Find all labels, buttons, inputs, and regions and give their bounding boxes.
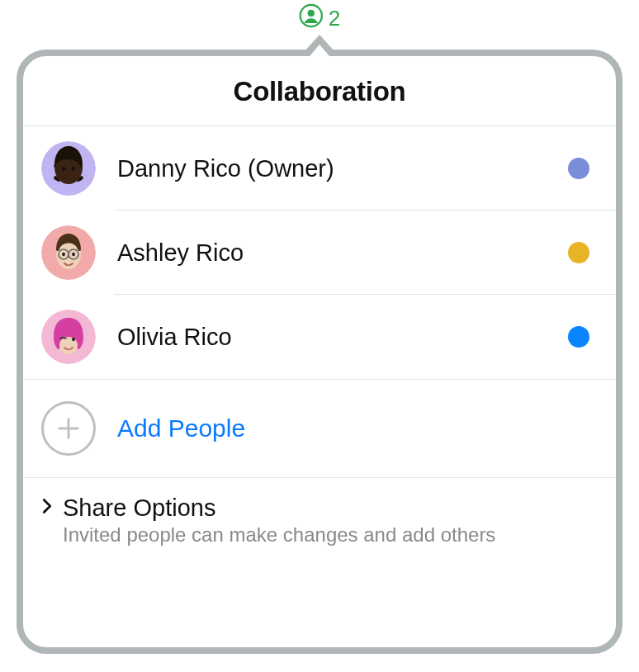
popover-title: Collaboration — [23, 76, 616, 107]
people-icon — [299, 3, 324, 34]
collaborator-name: Ashley Rico — [117, 239, 568, 267]
collaboration-popover: Collaboration Danny Rico (Owner) — [17, 50, 622, 654]
share-options-title: Share Options — [63, 495, 495, 522]
collaborator-name: Olivia Rico — [117, 324, 568, 351]
memoji-icon — [41, 225, 96, 280]
collaborator-list: Danny Rico (Owner) Ashley Rico — [23, 126, 616, 380]
add-people-button[interactable]: Add People — [23, 380, 616, 478]
collaborator-row[interactable]: Ashley Rico — [23, 211, 616, 295]
presence-dot — [568, 158, 589, 179]
collaborator-name: Danny Rico (Owner) — [117, 155, 568, 182]
avatar — [41, 225, 96, 280]
collaborator-count-badge[interactable]: 2 — [299, 3, 340, 34]
svg-point-12 — [72, 253, 75, 256]
svg-point-15 — [72, 338, 75, 341]
avatar — [41, 310, 96, 364]
collaborator-row[interactable]: Danny Rico (Owner) — [23, 126, 616, 211]
collaborator-count: 2 — [329, 6, 340, 31]
popover-header: Collaboration — [23, 61, 616, 126]
memoji-icon — [41, 141, 96, 196]
svg-point-5 — [72, 166, 75, 170]
collaborator-row[interactable]: Olivia Rico — [23, 295, 616, 380]
presence-dot — [568, 326, 589, 348]
share-options-subtitle: Invited people can make changes and add … — [63, 523, 495, 547]
add-people-label: Add People — [117, 414, 245, 442]
share-options-button[interactable]: Share Options Invited people can make ch… — [23, 478, 616, 563]
chevron-right-icon — [41, 498, 56, 519]
svg-point-1 — [308, 10, 315, 17]
svg-point-11 — [62, 253, 65, 256]
presence-dot — [568, 242, 589, 263]
memoji-icon — [41, 310, 96, 364]
plus-icon — [41, 401, 96, 456]
svg-point-4 — [62, 166, 65, 170]
avatar — [41, 141, 96, 196]
